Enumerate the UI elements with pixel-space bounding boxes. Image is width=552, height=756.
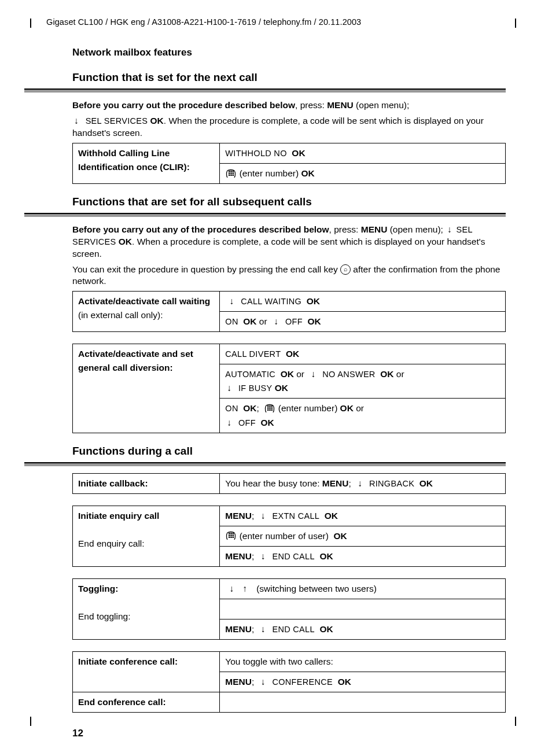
text: You can exit the procedure in question b… <box>72 264 340 274</box>
ok-label: OK <box>243 316 256 326</box>
intro-paragraph: Before you carry out the procedure descr… <box>72 99 506 112</box>
clir-step-1: WITHHOLD NO OK <box>220 143 506 163</box>
ok-label: OK <box>319 551 333 561</box>
text: (open menu); <box>387 224 446 234</box>
svg-rect-7 <box>231 174 232 175</box>
down-arrow-icon: ↓ <box>272 315 280 329</box>
on-option: ON <box>225 404 238 413</box>
call-divert-step-3: ON OK; (enter number) OK or ↓ OFF OK <box>220 399 506 433</box>
ok-label: OK <box>260 418 274 427</box>
label: Initiate callback: <box>78 478 148 488</box>
document-page: Gigaset CL100 / HGK eng / A31008-A221-H1… <box>0 0 552 756</box>
chapter-title: Network mailbox features <box>72 47 506 58</box>
down-arrow-icon: ↓ <box>446 224 454 236</box>
enquiry-step-3: MENU; ↓ END CALL OK <box>220 546 506 566</box>
menu-label: MENU <box>225 511 252 521</box>
svg-rect-8 <box>233 174 234 175</box>
menu-label: MENU <box>225 551 252 561</box>
label-2: End enquiry call: <box>78 539 145 548</box>
svg-rect-1 <box>231 171 232 172</box>
text: , press: <box>295 100 327 110</box>
section-heading: Function that is set for the next call <box>72 71 506 84</box>
keypad-icon <box>264 404 275 413</box>
call-divert-step-1: CALL DIVERT OK <box>220 344 506 364</box>
or-text: or <box>356 403 364 413</box>
end-call-option: END CALL <box>273 625 315 634</box>
down-arrow-icon: ↓ <box>228 582 236 596</box>
no-answer-option: NO ANSWER <box>322 370 375 379</box>
heading-rule <box>24 213 506 217</box>
enter-number-label: (enter number) <box>278 403 338 413</box>
on-option: ON <box>225 317 238 326</box>
svg-rect-9 <box>267 405 268 407</box>
svg-rect-22 <box>231 535 232 536</box>
svg-rect-16 <box>270 410 271 411</box>
section-heading: Functions that are set for all subsequen… <box>72 196 506 208</box>
down-arrow-icon: ↓ <box>356 477 364 491</box>
svg-rect-23 <box>233 535 234 536</box>
ok-label: OK <box>275 383 288 393</box>
text: (switching between two users) <box>256 584 377 593</box>
clir-step-2: (enter number) OK <box>220 163 506 183</box>
toggling-label-cell: Toggling: End toggling: <box>73 578 220 639</box>
ok-label: OK <box>319 624 333 634</box>
keypad-icon <box>225 169 237 178</box>
ok-label: OK <box>301 168 314 178</box>
up-arrow-icon: ↑ <box>241 582 249 596</box>
intro-bold: Before you carry out any of the procedur… <box>72 224 329 234</box>
exit-paragraph: You can exit the procedure in question b… <box>72 264 506 288</box>
svg-rect-24 <box>229 537 230 538</box>
svg-rect-2 <box>233 171 234 172</box>
off-option: OFF <box>285 317 303 326</box>
heading-rule <box>24 88 506 93</box>
call-waiting-label-cell: Activate/deactivate call waiting (in ext… <box>73 292 220 332</box>
page-number: 12 <box>72 728 506 739</box>
svg-rect-6 <box>229 174 230 175</box>
crop-mark <box>30 717 31 726</box>
menu-label: MENU <box>225 624 252 634</box>
down-arrow-icon: ↓ <box>259 550 267 563</box>
if-busy-option: IF BUSY <box>238 383 273 393</box>
svg-rect-4 <box>231 172 232 174</box>
section-heading: Functions during a call <box>72 445 506 458</box>
ok-label: OK <box>307 316 321 326</box>
call-waiting-option: CALL WAITING <box>241 297 301 306</box>
svg-rect-5 <box>233 172 234 174</box>
off-option: OFF <box>238 418 256 427</box>
down-arrow-icon: ↓ <box>225 381 233 395</box>
menu-label: MENU <box>361 224 388 234</box>
toggling-table: Toggling: End toggling: ↓ ↑ (switching b… <box>72 578 506 640</box>
withhold-no-label: WITHHOLD NO <box>225 149 286 158</box>
extn-call-option: EXTN CALL <box>273 511 320 521</box>
down-arrow-icon: ↓ <box>259 622 267 636</box>
svg-rect-11 <box>271 405 273 407</box>
label-suffix: (in external call only): <box>78 310 163 320</box>
text: , press: <box>329 224 361 234</box>
crop-mark <box>515 19 516 28</box>
toggling-step-empty <box>220 599 506 619</box>
down-arrow-icon: ↓ <box>72 115 80 127</box>
svg-rect-15 <box>267 410 268 411</box>
sel-services-label: SEL SERVICES <box>86 116 148 126</box>
label: Activate/deactivate call waiting <box>78 296 210 306</box>
callback-table: Initiate callback: You hear the busy ton… <box>72 473 506 494</box>
svg-rect-19 <box>231 533 232 534</box>
ok-label: OK <box>119 237 132 246</box>
down-arrow-icon: ↓ <box>259 509 267 523</box>
toggling-step-1: ↓ ↑ (switching between two users) <box>220 578 506 599</box>
crop-mark <box>30 19 31 28</box>
call-divert-table: Activate/deactivate and set general call… <box>72 344 506 433</box>
enter-number-label: (enter number of user) <box>240 531 329 541</box>
ringback-option: RINGBACK <box>369 479 414 488</box>
clir-label-cell: Withhold Calling Line Identification onc… <box>73 143 220 183</box>
call-waiting-table: Activate/deactivate call waiting (in ext… <box>72 291 506 332</box>
or-text: or <box>396 369 404 379</box>
end-call-option: END CALL <box>273 552 315 561</box>
callback-label-cell: Initiate callback: <box>73 473 220 493</box>
header-path: Gigaset CL100 / HGK eng / A31008-A221-H1… <box>46 17 506 27</box>
end-call-icon: ⌕ <box>340 264 351 275</box>
label: Activate/deactivate and set general call… <box>78 349 193 373</box>
ok-label: OK <box>243 403 256 413</box>
automatic-option: AUTOMATIC <box>225 370 275 379</box>
intro-bold: Before you carry out the procedure descr… <box>72 100 295 110</box>
